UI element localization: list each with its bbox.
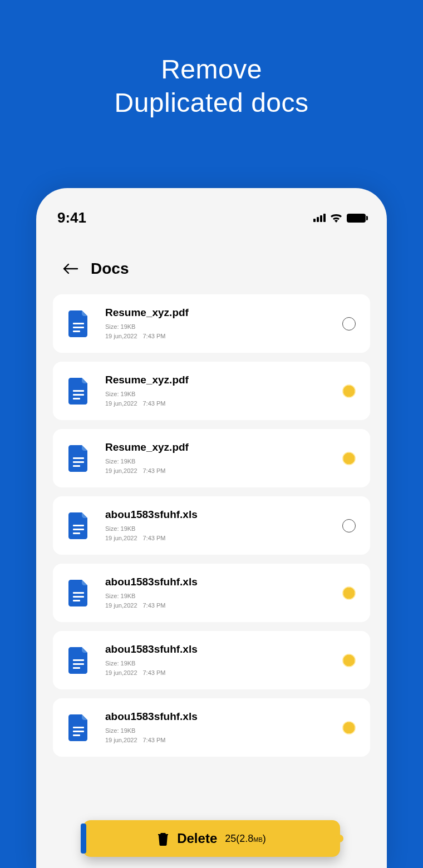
document-icon (67, 310, 90, 337)
doc-size: Size: 19KB (105, 524, 327, 534)
doc-name: abou1583sfuhf.xls (105, 576, 327, 588)
doc-date: 19 jun,20227:43 PM (105, 466, 327, 476)
document-icon (67, 512, 90, 539)
delete-button[interactable]: Delete 25(2.8MB) (83, 820, 340, 857)
doc-card[interactable]: abou1583sfuhf.xls Size: 19KB 19 jun,2022… (53, 564, 370, 622)
doc-info: abou1583sfuhf.xls Size: 19KB 19 jun,2022… (105, 509, 327, 542)
svg-rect-0 (73, 323, 84, 324)
svg-rect-8 (73, 465, 80, 467)
document-icon (67, 647, 90, 674)
doc-size: Size: 19KB (105, 726, 327, 736)
svg-rect-4 (73, 394, 84, 396)
doc-name: abou1583sfuhf.xls (105, 643, 327, 655)
doc-date: 19 jun,20227:43 PM (105, 399, 327, 408)
select-radio[interactable] (342, 452, 356, 465)
doc-info: abou1583sfuhf.xls Size: 19KB 19 jun,2022… (105, 576, 327, 610)
doc-size: Size: 19KB (105, 389, 327, 399)
svg-rect-10 (73, 529, 84, 530)
doc-date: 19 jun,20227:43 PM (105, 332, 327, 341)
hero-line-1: Remove (161, 55, 262, 84)
doc-name: Resume_xyz.pdf (105, 374, 327, 386)
delete-right-dot (336, 835, 343, 842)
page-title: Docs (91, 260, 129, 278)
document-icon (67, 378, 90, 405)
select-radio[interactable] (342, 519, 356, 532)
document-icon (67, 445, 90, 472)
doc-info: abou1583sfuhf.xls Size: 19KB 19 jun,2022… (105, 643, 327, 677)
svg-rect-20 (73, 734, 80, 736)
svg-rect-13 (73, 596, 84, 598)
doc-size: Size: 19KB (105, 457, 327, 466)
doc-name: abou1583sfuhf.xls (105, 509, 327, 521)
svg-rect-9 (73, 525, 84, 526)
status-bar: 9:41 (36, 188, 387, 226)
doc-size: Size: 19KB (105, 591, 327, 601)
doc-card[interactable]: Resume_xyz.pdf Size: 19KB 19 jun,20227:4… (53, 362, 370, 420)
hero-line-2: Duplicated docs (114, 88, 308, 117)
status-time: 9:41 (57, 209, 86, 226)
doc-card[interactable]: abou1583sfuhf.xls Size: 19KB 19 jun,2022… (53, 631, 370, 689)
svg-rect-19 (73, 731, 84, 732)
delete-count: 25(2.8MB) (225, 833, 266, 845)
doc-date: 19 jun,20227:43 PM (105, 736, 327, 745)
doc-list: Resume_xyz.pdf Size: 19KB 19 jun,20227:4… (36, 294, 387, 757)
doc-info: Resume_xyz.pdf Size: 19KB 19 jun,20227:4… (105, 441, 327, 475)
phone-frame: 9:41 Docs Resume_xyz.pdf Size: 19KB 19 j… (36, 188, 387, 868)
select-radio[interactable] (342, 721, 356, 734)
app-header: Docs (36, 226, 387, 294)
doc-card[interactable]: abou1583sfuhf.xls Size: 19KB 19 jun,2022… (53, 496, 370, 555)
document-icon (67, 580, 90, 606)
back-icon[interactable] (63, 263, 78, 274)
svg-rect-16 (73, 663, 84, 665)
svg-rect-14 (73, 600, 80, 601)
document-icon (67, 714, 90, 741)
doc-date: 19 jun,20227:43 PM (105, 534, 327, 543)
select-radio[interactable] (342, 586, 356, 600)
hero-title: Remove Duplicated docs (0, 0, 423, 120)
signal-icon (313, 214, 326, 222)
svg-rect-15 (73, 659, 84, 661)
doc-date: 19 jun,20227:43 PM (105, 668, 327, 678)
svg-rect-12 (73, 592, 84, 594)
status-icons (313, 214, 366, 223)
doc-name: abou1583sfuhf.xls (105, 711, 327, 723)
select-radio[interactable] (342, 317, 356, 331)
svg-rect-11 (73, 532, 80, 534)
doc-info: Resume_xyz.pdf Size: 19KB 19 jun,20227:4… (105, 374, 327, 408)
select-radio[interactable] (342, 654, 356, 667)
doc-size: Size: 19KB (105, 659, 327, 668)
svg-rect-18 (73, 727, 84, 728)
delete-label: Delete (177, 831, 217, 846)
svg-rect-2 (73, 331, 80, 332)
doc-size: Size: 19KB (105, 322, 327, 332)
battery-icon (347, 214, 366, 223)
doc-date: 19 jun,20227:43 PM (105, 601, 327, 610)
doc-name: Resume_xyz.pdf (105, 441, 327, 453)
trash-icon (157, 831, 169, 846)
wifi-icon (330, 214, 342, 223)
doc-card[interactable]: Resume_xyz.pdf Size: 19KB 19 jun,20227:4… (53, 429, 370, 487)
svg-rect-3 (73, 390, 84, 392)
svg-rect-17 (73, 667, 80, 669)
svg-rect-1 (73, 327, 84, 328)
doc-card[interactable]: Resume_xyz.pdf Size: 19KB 19 jun,20227:4… (53, 294, 370, 353)
select-radio[interactable] (342, 384, 356, 398)
svg-rect-5 (73, 398, 80, 400)
svg-rect-6 (73, 457, 84, 459)
doc-info: abou1583sfuhf.xls Size: 19KB 19 jun,2022… (105, 711, 327, 744)
doc-card[interactable]: abou1583sfuhf.xls Size: 19KB 19 jun,2022… (53, 698, 370, 757)
doc-info: Resume_xyz.pdf Size: 19KB 19 jun,20227:4… (105, 307, 327, 341)
delete-accent (81, 823, 86, 854)
doc-name: Resume_xyz.pdf (105, 307, 327, 319)
svg-rect-7 (73, 461, 84, 463)
